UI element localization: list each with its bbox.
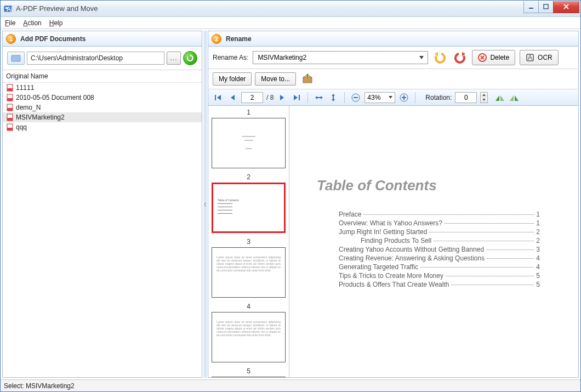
rotation-input[interactable] [455, 92, 477, 103]
zoom-out-button[interactable] [350, 92, 361, 103]
toc-dots [446, 276, 534, 276]
chevron-down-icon [418, 52, 425, 64]
box-icon[interactable] [301, 73, 314, 85]
thumbnail[interactable]: 3Lorem ipsum dolor sit amet consectetur … [212, 236, 286, 298]
toc-row: Tips & Tricks to Create More Money 5 [339, 272, 540, 280]
thumb-page: Lorem ipsum dolor sit amet consectetur a… [212, 312, 286, 362]
page-input[interactable] [241, 92, 263, 103]
zoom-combo[interactable]: 43% [364, 92, 395, 103]
toc-page: 5 [536, 281, 540, 288]
fit-width-button[interactable] [314, 92, 324, 103]
toc-row: Preface 1 [339, 211, 540, 218]
window-controls [524, 1, 579, 13]
chevron-down-icon [389, 96, 392, 99]
delete-label: Delete [490, 54, 509, 61]
svg-rect-13 [7, 118, 13, 121]
redo-button[interactable] [452, 50, 468, 65]
toc-text: Preface [339, 211, 361, 218]
thumb-page: Lorem ipsum dolor sit amet consectetur a… [212, 247, 286, 298]
prev-page-button[interactable] [227, 92, 238, 103]
browse-button[interactable]: ... [167, 52, 181, 65]
spinner-down[interactable] [481, 98, 487, 103]
rename-value: MSIVMarketing2 [258, 54, 418, 61]
toc-row: Jump Right In! Getting Started 2 [339, 228, 540, 236]
svg-rect-24 [333, 96, 334, 99]
delete-button[interactable]: Delete [472, 50, 515, 65]
folder-icon[interactable] [7, 52, 25, 65]
toc-dots [363, 214, 534, 215]
ocr-label: OCR [538, 54, 552, 61]
thumbnail[interactable]: 2Table of Contents━━━━━━━━━━━━━━━━━━━━━━… [212, 172, 286, 233]
toc-title: Table of Contents [317, 177, 562, 194]
file-row[interactable]: 11111 [3, 83, 202, 93]
statusbar: Select: MSIVMarketing2 [1, 379, 580, 391]
toc-text: Overview: What is Yahoo Answers? [339, 219, 442, 227]
pdf-icon [6, 123, 14, 131]
zoom-in-button[interactable] [398, 92, 409, 103]
splitter[interactable] [203, 31, 207, 378]
toc-row: Products & Offers That Create Wealth 5 [339, 281, 540, 288]
thumbnail[interactable]: 4Lorem ipsum dolor sit amet consectetur … [212, 301, 286, 362]
menu-help[interactable]: Help [49, 19, 63, 27]
minimize-button[interactable] [523, 1, 539, 13]
svg-rect-4 [544, 4, 548, 9]
thumbnail[interactable]: 1━━━━━━━━━━━━━ [212, 107, 286, 168]
ocr-button[interactable]: A OCR [520, 50, 559, 65]
spinner-up[interactable] [481, 93, 487, 98]
refresh-button[interactable] [183, 51, 197, 65]
window-title: A-PDF Preview and Move [16, 4, 524, 13]
page-scroll[interactable]: Table of Contents Preface 1Overview: Wha… [289, 106, 578, 377]
left-pane: 1 Add PDF Documents C:\Users\Administrat… [2, 31, 202, 378]
svg-rect-9 [7, 98, 13, 101]
svg-rect-11 [7, 108, 13, 111]
file-name: 2010-05-05 Document 008 [16, 94, 94, 101]
moveto-button[interactable]: Move to... [255, 72, 296, 86]
close-button[interactable] [553, 1, 579, 13]
file-row[interactable]: 2010-05-05 Document 008 [3, 93, 202, 103]
menu-file[interactable]: File [5, 19, 15, 27]
move-row: My folder Move to... [208, 69, 578, 89]
undo-button[interactable] [432, 50, 448, 65]
file-row[interactable]: demo_N [3, 103, 202, 112]
list-header: Original Name [3, 70, 202, 83]
separator [344, 92, 345, 103]
maximize-button[interactable] [538, 1, 554, 13]
toc-text: Products & Offers That Create Wealth [339, 281, 449, 288]
svg-rect-23 [317, 97, 321, 98]
toc-row: Creating Yahoo Accounts Without Getting … [339, 246, 540, 253]
fit-page-button[interactable] [328, 92, 339, 103]
file-list: 111112010-05-05 Document 008demo_NMSIVMa… [3, 83, 202, 377]
menubar: File Action Help [1, 17, 580, 29]
myfolder-button[interactable]: My folder [213, 72, 252, 86]
step-badge-1: 1 [6, 34, 16, 44]
svg-rect-7 [7, 88, 13, 91]
ocr-icon: A [526, 53, 534, 62]
rotation-spinner[interactable] [480, 92, 488, 103]
svg-rect-29 [403, 95, 405, 100]
file-row[interactable]: qqq [3, 122, 202, 132]
app-window: AB A-PDF Preview and Move File Action He… [0, 0, 581, 392]
thumbnail-scroll[interactable]: 1━━━━━━━━━━━━━2Table of Contents━━━━━━━━… [208, 106, 289, 377]
file-name: demo_N [16, 104, 41, 111]
thumb-number: 4 [212, 301, 286, 312]
menu-action[interactable]: Action [23, 19, 41, 27]
thumbnail[interactable]: 5Lorem ipsum dolor sit amet consectetur … [212, 366, 286, 377]
file-row[interactable]: MSIVMarketing2 [3, 112, 202, 122]
flip-vertical-button[interactable] [509, 92, 520, 103]
toc-row: Creating Revenue: Answering & Asking Que… [339, 254, 540, 262]
svg-rect-22 [299, 95, 300, 100]
pdf-icon [6, 113, 14, 121]
thumb-number: 1 [212, 107, 286, 118]
rename-combo[interactable]: MSIVMarketing2 [253, 51, 428, 64]
nav-row: / 8 43% Rotation: [208, 89, 578, 106]
thumb-page: Lorem ipsum dolor sit amet consectetur a… [212, 377, 286, 377]
flip-horizontal-button[interactable] [494, 92, 505, 103]
file-name: qqq [16, 123, 27, 131]
next-page-button[interactable] [277, 92, 288, 103]
first-page-button[interactable] [213, 92, 224, 103]
svg-rect-21 [215, 95, 216, 100]
toc-dots [487, 258, 534, 259]
path-input[interactable]: C:\Users\Administrator\Desktop [27, 52, 164, 65]
file-name: 11111 [16, 84, 34, 92]
last-page-button[interactable] [291, 92, 302, 103]
